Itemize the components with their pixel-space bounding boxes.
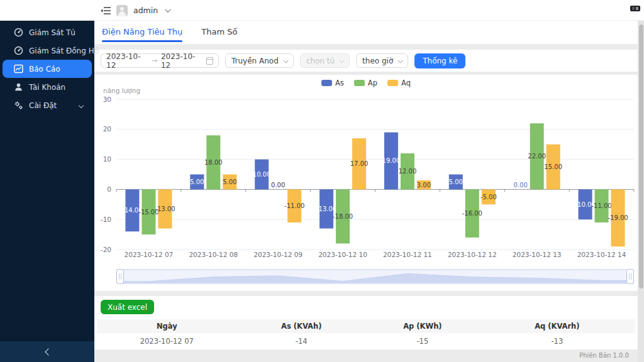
bar-value-label: 15.00 [544,163,562,170]
bar-value-label: 18.00 [204,159,223,166]
legend-item-as[interactable]: As [321,79,344,87]
legend-swatch [387,80,398,86]
sidebar-item-bao-cao[interactable]: Báo Cáo [3,60,92,78]
scrollbar-thumb[interactable] [639,25,643,288]
sidebar-item-tai-khoan[interactable]: Tài Khoản [3,78,92,96]
bar-value-label: 22.00 [528,153,546,160]
bar-value-label: -11.00 [591,202,611,209]
topbar: admin [0,0,644,21]
results-table: Ngày As (KVAh) Ap (KWh) Aq (KVArh) 2023-… [97,319,635,348]
user-avatar[interactable] [116,5,128,16]
bar-value-label: 5.00 [190,178,204,185]
bar-value-label: -16.00 [462,210,482,217]
brush-handle-right[interactable] [627,270,634,284]
export-excel-button[interactable]: Xuất excel [101,300,154,314]
bar-value-label: 12.00 [399,168,417,175]
date-to-value[interactable]: 2023-10-12 [161,52,203,70]
sidebar-collapse-button[interactable] [0,341,94,362]
x-tick-label: 2023-10-12 09 [253,251,303,258]
chart-legend: As Ap Aq [321,79,411,87]
date-range-picker[interactable]: 2023-10-12 → 2023-10-12 [101,53,219,68]
y-tick-label: -20 [101,246,111,253]
chevron-down-icon[interactable] [165,6,171,13]
filter-bar: 2023-10-12 → 2023-10-12 Truyền Anod chọn… [94,50,638,72]
bar-value-label: -13.00 [316,206,336,212]
sidebar-item-label: Báo Cáo [29,65,60,74]
bar-value-label: 17.00 [350,160,369,167]
user-icon [14,82,23,92]
sidebar-item-cai-dat[interactable]: Cài Đặt [3,96,92,114]
vertical-scrollbar[interactable] [638,21,644,362]
device-select[interactable]: Truyền Anod [225,53,294,68]
gears-icon [14,101,23,110]
statistics-button[interactable]: Thống kê [414,53,465,69]
column-header-aq: Aq (KVArh) [479,322,635,331]
bar-chart: 3020100-10-202023-10-12 07-14.00-15.00-1… [94,92,638,263]
bar-value-label: 19.00 [382,157,401,164]
date-from-value[interactable]: 2023-10-12 [106,52,148,70]
bar-value-label: 0.00 [514,182,528,189]
bar-value-label: 10.00 [253,171,271,178]
tab-dien-nang-tieu-thu[interactable]: Điện Năng Tiêu Thụ [102,21,182,45]
bar-value-label: -11.00 [284,202,304,209]
gauge-icon [14,28,23,37]
bar-value-label: -18.00 [333,213,353,220]
x-tick-label: 2023-10-12 13 [513,251,562,258]
x-tick-label: 2023-10-12 12 [448,251,497,258]
cell-aq: -13 [479,337,635,346]
legend-swatch [321,80,332,86]
x-tick-label: 2023-10-12 08 [189,251,238,258]
brush-handle-left[interactable] [117,270,124,284]
cell-ap: -15 [366,337,479,346]
chevron-down-icon [79,103,84,108]
calendar-icon[interactable] [206,57,213,65]
column-header-as: As (KVAh) [237,322,366,331]
bar-value-label: -13.00 [155,206,175,212]
device-select-value: Truyền Anod [231,57,279,65]
legend-label: Aq [401,79,411,87]
bar-value-label: 0.00 [271,182,285,189]
legend-item-aq[interactable]: Aq [387,79,411,87]
table-header-row: Ngày As (KVAh) Ap (KWh) Aq (KVArh) [97,319,635,333]
cell-date: 2023-10-12 07 [97,337,237,346]
status-badge-icon [630,6,640,11]
chevron-left-icon [45,348,52,355]
bar-value-label: -19.00 [608,214,628,221]
results-card: Xuất excel Ngày As (KVAh) Ap (KWh) Aq (K… [94,296,638,349]
cabinet-select: chọn tủ [300,53,350,68]
gauge-icon [14,46,23,55]
chart-card: As Ap Aq năng lượng 3020100-10-202023-10… [94,75,638,291]
sidebar-item-giam-sat-dong-ho[interactable]: Giám Sát Đồng Hồ [3,41,92,60]
sidebar-item-label: Cài Đặt [29,101,57,110]
sidebar-item-label: Tài Khoản [29,83,65,92]
version-label: Phiên Bản 1.0.0 [579,352,629,359]
column-header-ap: Ap (KWh) [366,322,479,331]
x-tick-label: 2023-10-12 14 [577,251,626,258]
sidebar-item-giam-sat-tu[interactable]: Giám Sát Tủ [3,23,92,41]
column-header-ngay: Ngày [97,322,237,331]
user-name[interactable]: admin [133,6,158,15]
menu-fold-icon[interactable] [101,6,111,15]
chevron-down-icon [398,58,403,63]
cell-as: -14 [237,337,366,346]
y-tick-label: 10 [103,155,111,163]
datazoom-slider[interactable] [116,269,634,284]
y-tick-label: 30 [103,96,111,103]
table-row: 2023-10-12 07 -14 -15 -13 [97,334,635,348]
y-tick-label: 20 [103,125,111,133]
page-footer: Phiên Bản 1.0.0 [94,349,644,362]
legend-item-ap[interactable]: Ap [354,79,377,87]
x-tick-label: 2023-10-12 11 [383,251,432,258]
legend-swatch [354,80,365,86]
interval-select[interactable]: theo giờ [356,53,408,68]
legend-label: As [335,79,344,87]
bar-value-label: 5.00 [223,178,236,185]
arrow-right-icon: → [152,57,157,65]
sidebar-item-label: Giám Sát Đồng Hồ [29,47,99,55]
chevron-down-icon [283,58,288,63]
legend-label: Ap [368,79,377,87]
main-content: Điện Năng Tiêu Thụ Tham Số 2023-10-12 → … [94,21,644,362]
tab-tham-so[interactable]: Tham Số [201,21,237,45]
interval-select-value: theo giờ [362,57,393,65]
chevron-down-icon [340,58,345,63]
